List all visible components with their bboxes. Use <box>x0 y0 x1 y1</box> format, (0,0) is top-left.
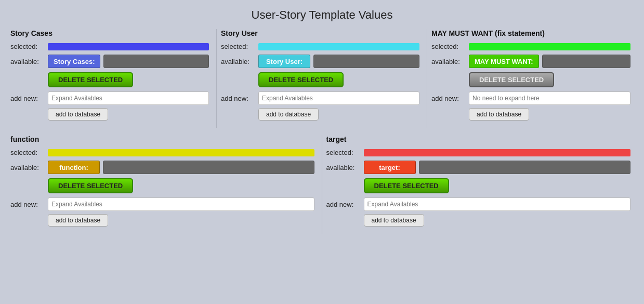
add-to-db-btn-story-cases[interactable]: add to database <box>48 108 108 121</box>
section-story-cases: Story Casesselected:available:Story Case… <box>6 29 217 128</box>
available-input-may-must-want <box>542 55 630 68</box>
add-new-input-story-user[interactable] <box>258 91 419 105</box>
selected-bar-container-function <box>48 149 314 156</box>
available-container-may-must-want: MAY MUST WANT: <box>469 55 630 68</box>
selected-row-target: selected: <box>326 149 631 156</box>
add-new-row-may-must-want: add new: <box>431 91 630 105</box>
selected-label-function: selected: <box>10 149 48 156</box>
selected-bar-target <box>364 149 631 156</box>
add-new-row-target: add new: <box>326 197 631 211</box>
add-new-input-target[interactable] <box>364 197 631 211</box>
available-input-function <box>103 161 314 174</box>
selected-bar-container-target <box>364 149 631 156</box>
section-may-must-want: MAY MUST WANT (fix statement)selected:av… <box>427 29 638 128</box>
delete-btn-story-user[interactable]: DELETE SELECTED <box>258 72 344 87</box>
section-target: targetselected:available:target:DELETE S… <box>322 135 638 234</box>
section-title-story-user: Story User <box>221 29 419 37</box>
available-label-story-cases: available: <box>10 58 48 65</box>
available-row-target: available:target: <box>326 161 631 174</box>
available-btn-story-cases[interactable]: Story Cases: <box>48 55 100 68</box>
top-sections-grid: Story Casesselected:available:Story Case… <box>6 29 638 133</box>
section-function: functionselected:available:function:DELE… <box>6 135 322 234</box>
add-new-label-target: add new: <box>326 201 364 208</box>
selected-bar-container-story-cases <box>48 43 209 50</box>
add-new-row-story-cases: add new: <box>10 91 209 105</box>
available-row-story-cases: available:Story Cases: <box>10 55 209 68</box>
add-new-row-story-user: add new: <box>221 91 419 105</box>
add-new-label-function: add new: <box>10 201 48 208</box>
selected-bar-story-user <box>258 43 419 50</box>
available-row-story-user: available:Story User: <box>221 55 419 68</box>
add-to-db-btn-target[interactable]: add to database <box>364 214 424 227</box>
available-input-story-user <box>313 55 419 68</box>
section-title-function: function <box>10 135 314 143</box>
selected-label-target: selected: <box>326 149 364 156</box>
available-btn-may-must-want[interactable]: MAY MUST WANT: <box>469 55 539 68</box>
selected-row-story-cases: selected: <box>10 43 209 50</box>
selected-label-story-user: selected: <box>221 43 258 50</box>
add-new-input-may-must-want[interactable] <box>469 91 630 105</box>
available-label-may-must-want: available: <box>431 58 469 65</box>
add-new-input-story-cases[interactable] <box>48 91 209 105</box>
available-label-target: available: <box>326 164 364 171</box>
available-label-story-user: available: <box>221 58 258 65</box>
available-container-story-cases: Story Cases: <box>48 55 209 68</box>
section-title-target: target <box>326 135 631 143</box>
page-wrapper: User-Story Template Values Story Casesse… <box>0 0 644 304</box>
delete-btn-function[interactable]: DELETE SELECTED <box>48 178 133 193</box>
add-new-input-function[interactable] <box>48 197 314 211</box>
section-story-user: Story Userselected:available:Story User:… <box>217 29 427 128</box>
delete-btn-target[interactable]: DELETE SELECTED <box>364 178 449 193</box>
selected-bar-container-may-must-want <box>469 43 630 50</box>
section-title-may-must-want: MAY MUST WANT (fix statement) <box>431 29 630 37</box>
delete-btn-story-cases[interactable]: DELETE SELECTED <box>48 72 133 87</box>
section-title-story-cases: Story Cases <box>10 29 209 37</box>
bottom-sections-grid: functionselected:available:function:DELE… <box>6 135 638 234</box>
page-title: User-Story Template Values <box>6 5 638 22</box>
available-container-story-user: Story User: <box>258 55 419 68</box>
selected-bar-may-must-want <box>469 43 630 50</box>
add-to-db-btn-function[interactable]: add to database <box>48 214 108 227</box>
available-container-target: target: <box>364 161 631 174</box>
selected-bar-container-story-user <box>258 43 419 50</box>
available-label-function: available: <box>10 164 48 171</box>
available-btn-target[interactable]: target: <box>364 161 416 174</box>
add-to-db-btn-story-user[interactable]: add to database <box>258 108 319 121</box>
selected-label-may-must-want: selected: <box>431 43 469 50</box>
selected-label-story-cases: selected: <box>10 43 48 50</box>
available-btn-function[interactable]: function: <box>48 161 100 174</box>
selected-bar-story-cases <box>48 43 209 50</box>
available-input-story-cases <box>103 55 209 68</box>
add-new-row-function: add new: <box>10 197 314 211</box>
add-new-label-story-cases: add new: <box>10 95 48 102</box>
available-row-may-must-want: available:MAY MUST WANT: <box>431 55 630 68</box>
add-new-label-story-user: add new: <box>221 95 258 102</box>
add-new-label-may-must-want: add new: <box>431 95 469 102</box>
selected-row-may-must-want: selected: <box>431 43 630 50</box>
available-container-function: function: <box>48 161 314 174</box>
available-input-target <box>419 161 631 174</box>
delete-btn-may-must-want[interactable]: DELETE SELECTED <box>469 72 554 87</box>
selected-row-function: selected: <box>10 149 314 156</box>
available-row-function: available:function: <box>10 161 314 174</box>
selected-bar-function <box>48 149 314 156</box>
selected-row-story-user: selected: <box>221 43 419 50</box>
available-btn-story-user[interactable]: Story User: <box>258 55 310 68</box>
add-to-db-btn-may-must-want[interactable]: add to database <box>469 108 529 121</box>
